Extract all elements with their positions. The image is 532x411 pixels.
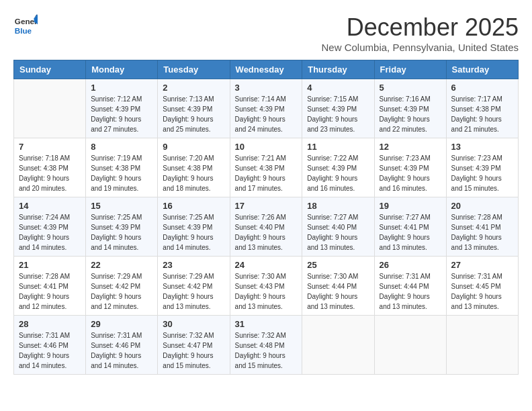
day-info: Sunrise: 7:19 AMSunset: 4:38 PMDaylight:…	[91, 153, 152, 193]
day-info: Sunrise: 7:32 AMSunset: 4:47 PMDaylight:…	[163, 330, 224, 371]
calendar-cell: 17Sunrise: 7:26 AMSunset: 4:40 PMDayligh…	[230, 197, 302, 257]
day-info: Sunrise: 7:29 AMSunset: 4:42 PMDaylight:…	[91, 271, 152, 312]
calendar-cell: 21Sunrise: 7:28 AMSunset: 4:41 PMDayligh…	[14, 257, 86, 316]
page-header: General Blue December 2025 New Columbia,…	[13, 13, 519, 53]
day-number: 28	[19, 319, 81, 329]
day-info: Sunrise: 7:27 AMSunset: 4:41 PMDaylight:…	[380, 212, 441, 253]
weekday-header-thursday: Thursday	[302, 60, 374, 79]
title-block: December 2025 New Columbia, Pennsylvania…	[322, 13, 519, 53]
calendar-cell: 20Sunrise: 7:28 AMSunset: 4:41 PMDayligh…	[446, 197, 518, 257]
calendar-cell: 26Sunrise: 7:31 AMSunset: 4:44 PMDayligh…	[374, 257, 446, 316]
calendar-cell	[374, 316, 446, 375]
calendar-cell: 25Sunrise: 7:30 AMSunset: 4:44 PMDayligh…	[302, 257, 374, 316]
calendar-cell: 7Sunrise: 7:18 AMSunset: 4:38 PMDaylight…	[14, 138, 86, 197]
calendar-cell: 23Sunrise: 7:29 AMSunset: 4:42 PMDayligh…	[158, 257, 230, 316]
calendar-cell: 12Sunrise: 7:23 AMSunset: 4:39 PMDayligh…	[374, 138, 446, 197]
week-row-4: 21Sunrise: 7:28 AMSunset: 4:41 PMDayligh…	[14, 257, 519, 316]
day-info: Sunrise: 7:18 AMSunset: 4:38 PMDaylight:…	[19, 153, 81, 193]
day-info: Sunrise: 7:25 AMSunset: 4:39 PMDaylight:…	[163, 212, 224, 253]
day-number: 4	[307, 83, 369, 93]
day-number: 23	[163, 260, 224, 270]
day-number: 15	[91, 201, 152, 211]
day-info: Sunrise: 7:16 AMSunset: 4:39 PMDaylight:…	[380, 94, 441, 134]
calendar-cell: 2Sunrise: 7:13 AMSunset: 4:39 PMDaylight…	[158, 79, 230, 138]
day-number: 16	[163, 201, 224, 211]
weekday-header-tuesday: Tuesday	[158, 60, 230, 79]
day-info: Sunrise: 7:29 AMSunset: 4:42 PMDaylight:…	[163, 271, 224, 312]
calendar-cell	[446, 316, 518, 375]
month-title: December 2025	[322, 13, 519, 42]
day-info: Sunrise: 7:28 AMSunset: 4:41 PMDaylight:…	[19, 271, 81, 312]
calendar-cell: 14Sunrise: 7:24 AMSunset: 4:39 PMDayligh…	[14, 197, 86, 257]
day-info: Sunrise: 7:22 AMSunset: 4:39 PMDaylight:…	[307, 153, 369, 193]
week-row-5: 28Sunrise: 7:31 AMSunset: 4:46 PMDayligh…	[14, 316, 519, 375]
day-info: Sunrise: 7:20 AMSunset: 4:38 PMDaylight:…	[163, 153, 224, 193]
day-number: 10	[235, 142, 298, 152]
day-info: Sunrise: 7:32 AMSunset: 4:48 PMDaylight:…	[235, 330, 298, 371]
weekday-header-friday: Friday	[374, 60, 446, 79]
calendar-cell: 22Sunrise: 7:29 AMSunset: 4:42 PMDayligh…	[86, 257, 158, 316]
calendar-cell: 6Sunrise: 7:17 AMSunset: 4:38 PMDaylight…	[446, 79, 518, 138]
calendar-cell: 8Sunrise: 7:19 AMSunset: 4:38 PMDaylight…	[86, 138, 158, 197]
day-info: Sunrise: 7:31 AMSunset: 4:45 PMDaylight:…	[451, 271, 513, 312]
day-info: Sunrise: 7:27 AMSunset: 4:40 PMDaylight:…	[307, 212, 369, 253]
day-number: 6	[451, 83, 513, 93]
day-info: Sunrise: 7:30 AMSunset: 4:44 PMDaylight:…	[307, 271, 369, 312]
calendar-cell: 3Sunrise: 7:14 AMSunset: 4:39 PMDaylight…	[230, 79, 302, 138]
day-info: Sunrise: 7:17 AMSunset: 4:38 PMDaylight:…	[451, 94, 513, 134]
day-number: 7	[19, 142, 81, 152]
day-info: Sunrise: 7:24 AMSunset: 4:39 PMDaylight:…	[19, 212, 81, 253]
day-info: Sunrise: 7:28 AMSunset: 4:41 PMDaylight:…	[451, 212, 513, 253]
day-number: 24	[235, 260, 298, 270]
day-info: Sunrise: 7:31 AMSunset: 4:46 PMDaylight:…	[91, 330, 152, 371]
day-number: 3	[235, 83, 298, 93]
day-number: 8	[91, 142, 152, 152]
calendar-cell	[14, 79, 86, 138]
day-number: 25	[307, 260, 369, 270]
calendar-cell: 9Sunrise: 7:20 AMSunset: 4:38 PMDaylight…	[158, 138, 230, 197]
calendar-cell: 24Sunrise: 7:30 AMSunset: 4:43 PMDayligh…	[230, 257, 302, 316]
day-info: Sunrise: 7:23 AMSunset: 4:39 PMDaylight:…	[451, 153, 513, 193]
day-number: 26	[380, 260, 441, 270]
calendar-cell	[302, 316, 374, 375]
day-info: Sunrise: 7:23 AMSunset: 4:39 PMDaylight:…	[380, 153, 441, 193]
week-row-1: 1Sunrise: 7:12 AMSunset: 4:39 PMDaylight…	[14, 79, 519, 138]
calendar-cell: 5Sunrise: 7:16 AMSunset: 4:39 PMDaylight…	[374, 79, 446, 138]
day-number: 19	[380, 201, 441, 211]
day-number: 9	[163, 142, 224, 152]
day-info: Sunrise: 7:31 AMSunset: 4:44 PMDaylight:…	[380, 271, 441, 312]
day-number: 12	[380, 142, 441, 152]
calendar-cell: 28Sunrise: 7:31 AMSunset: 4:46 PMDayligh…	[14, 316, 86, 375]
weekday-header-sunday: Sunday	[14, 60, 86, 79]
week-row-2: 7Sunrise: 7:18 AMSunset: 4:38 PMDaylight…	[14, 138, 519, 197]
day-info: Sunrise: 7:31 AMSunset: 4:46 PMDaylight:…	[19, 330, 81, 371]
day-number: 13	[451, 142, 513, 152]
day-info: Sunrise: 7:14 AMSunset: 4:39 PMDaylight:…	[235, 94, 298, 134]
day-number: 11	[307, 142, 369, 152]
day-number: 29	[91, 319, 152, 329]
weekday-header-row: SundayMondayTuesdayWednesdayThursdayFrid…	[14, 60, 519, 79]
day-number: 22	[91, 260, 152, 270]
calendar-cell: 1Sunrise: 7:12 AMSunset: 4:39 PMDaylight…	[86, 79, 158, 138]
calendar-cell: 31Sunrise: 7:32 AMSunset: 4:48 PMDayligh…	[230, 316, 302, 375]
day-info: Sunrise: 7:25 AMSunset: 4:39 PMDaylight:…	[91, 212, 152, 253]
calendar-cell: 15Sunrise: 7:25 AMSunset: 4:39 PMDayligh…	[86, 197, 158, 257]
day-number: 20	[451, 201, 513, 211]
day-info: Sunrise: 7:30 AMSunset: 4:43 PMDaylight:…	[235, 271, 298, 312]
calendar-cell: 19Sunrise: 7:27 AMSunset: 4:41 PMDayligh…	[374, 197, 446, 257]
day-info: Sunrise: 7:15 AMSunset: 4:39 PMDaylight:…	[307, 94, 369, 134]
location: New Columbia, Pennsylvania, United State…	[322, 42, 519, 53]
day-number: 30	[163, 319, 224, 329]
logo-icon: General Blue	[13, 13, 38, 38]
calendar-cell: 27Sunrise: 7:31 AMSunset: 4:45 PMDayligh…	[446, 257, 518, 316]
day-number: 2	[163, 83, 224, 93]
calendar-table: SundayMondayTuesdayWednesdayThursdayFrid…	[13, 60, 519, 375]
calendar-cell: 16Sunrise: 7:25 AMSunset: 4:39 PMDayligh…	[158, 197, 230, 257]
day-number: 21	[19, 260, 81, 270]
day-info: Sunrise: 7:26 AMSunset: 4:40 PMDaylight:…	[235, 212, 298, 253]
day-number: 31	[235, 319, 298, 329]
calendar-cell: 30Sunrise: 7:32 AMSunset: 4:47 PMDayligh…	[158, 316, 230, 375]
calendar-cell: 18Sunrise: 7:27 AMSunset: 4:40 PMDayligh…	[302, 197, 374, 257]
day-info: Sunrise: 7:21 AMSunset: 4:38 PMDaylight:…	[235, 153, 298, 193]
calendar-cell: 4Sunrise: 7:15 AMSunset: 4:39 PMDaylight…	[302, 79, 374, 138]
